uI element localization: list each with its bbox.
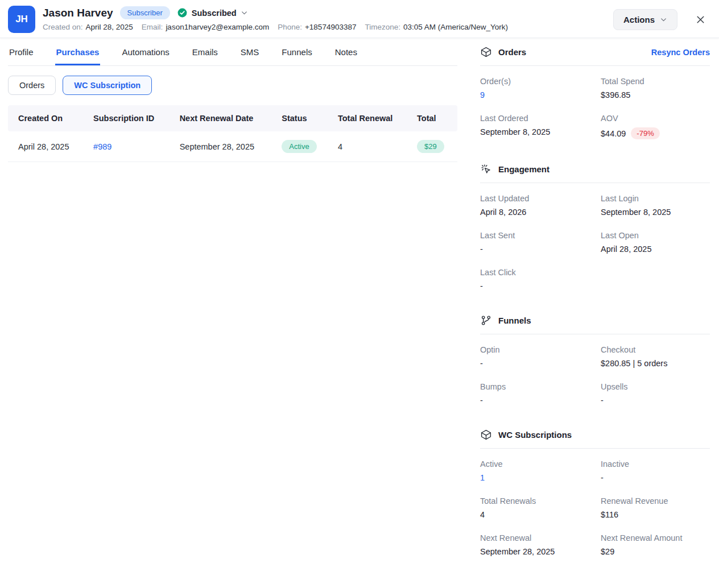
purchases-subtabs: Orders WC Subscription xyxy=(8,76,457,95)
avatar: JH xyxy=(8,6,35,33)
wc-subscriptions-section-title: WC Subscriptions xyxy=(498,430,572,440)
engagement-stats: Last Updated April 8, 2026 Last Login Se… xyxy=(480,183,710,291)
funnels-stats: Optin - Checkout $280.85 | 5 orders Bump… xyxy=(480,334,710,405)
contact-detail-page: JH Jason Harvey Subscriber Subscribed xyxy=(0,0,719,588)
resync-orders-link[interactable]: Resync Orders xyxy=(651,48,710,57)
funnels-section-header: Funnels xyxy=(480,308,710,334)
table-row: April 28, 2025 #989 September 28, 2025 A… xyxy=(8,131,457,162)
cell-status: Active xyxy=(275,131,331,162)
cell-created-on: April 28, 2025 xyxy=(8,131,86,162)
contact-name-row: Jason Harvey Subscriber Subscribed xyxy=(43,6,508,19)
tab-funnels[interactable]: Funnels xyxy=(280,38,313,65)
contact-info: Jason Harvey Subscriber Subscribed xyxy=(43,6,508,33)
contact-email: jason1harvey2@example.com xyxy=(166,23,269,31)
cell-next-renewal-date: September 28, 2025 xyxy=(173,131,275,162)
chevron-down-icon xyxy=(241,9,248,16)
created-on-meta: Created on: April 28, 2025 xyxy=(43,23,133,31)
close-button[interactable] xyxy=(693,13,708,27)
engagement-section-header: Engagement xyxy=(480,156,710,183)
stats-sidebar: Orders Resync Orders Order(s) 9 Total Sp… xyxy=(480,38,710,573)
tab-emails[interactable]: Emails xyxy=(191,38,219,65)
stat-aov: AOV $44.09 -79% xyxy=(601,114,710,139)
tab-automations[interactable]: Automations xyxy=(121,38,170,65)
header-actions: Actions xyxy=(613,9,708,30)
contact-timezone: 03:05 AM (America/New_York) xyxy=(403,23,508,31)
total-badge: $29 xyxy=(417,140,444,153)
role-badge: Subscriber xyxy=(120,6,170,19)
contact-meta-row: Created on: April 28, 2025 Email: jason1… xyxy=(43,23,508,31)
cell-total-renewal: 4 xyxy=(331,131,410,162)
phone-meta: Phone: +18574903387 xyxy=(278,23,356,31)
tab-sms[interactable]: SMS xyxy=(239,38,261,65)
stat-checkout: Checkout $280.85 | 5 orders xyxy=(601,345,710,368)
package-icon xyxy=(480,46,492,58)
subscription-status-dropdown[interactable]: Subscribed xyxy=(177,7,248,18)
subscribed-check-icon xyxy=(177,7,188,18)
stat-active-subscriptions: Active 1 xyxy=(480,459,589,482)
engagement-section: Engagement Last Updated April 8, 2026 La… xyxy=(480,156,710,291)
stat-last-sent: Last Sent - xyxy=(480,231,589,254)
tab-notes[interactable]: Notes xyxy=(334,38,358,65)
subscription-status-label: Subscribed xyxy=(192,9,237,18)
contact-name: Jason Harvey xyxy=(43,7,113,19)
email-meta: Email: jason1harvey2@example.com xyxy=(142,23,269,31)
content-area: Profile Purchases Automations Emails SMS… xyxy=(0,38,719,573)
stat-total-spend: Total Spend $396.85 xyxy=(601,77,710,100)
stat-inactive-subscriptions: Inactive - xyxy=(601,459,710,482)
stat-renewal-revenue: Renewal Revenue $116 xyxy=(601,496,710,519)
col-total-renewal: Total Renewal xyxy=(331,105,410,131)
orders-section: Orders Resync Orders Order(s) 9 Total Sp… xyxy=(480,39,710,139)
aov-change-badge: -79% xyxy=(631,127,659,139)
contact-identity: JH Jason Harvey Subscriber Subscribed xyxy=(8,6,508,33)
contact-phone: +18574903387 xyxy=(305,23,356,31)
stat-total-renewals: Total Renewals 4 xyxy=(480,496,589,519)
orders-section-title: Orders xyxy=(498,47,526,57)
timezone-meta: Timezone: 03:05 AM (America/New_York) xyxy=(365,23,508,31)
engagement-section-title: Engagement xyxy=(498,164,549,174)
stat-last-ordered: Last Ordered September 8, 2025 xyxy=(480,114,589,139)
stat-bumps: Bumps - xyxy=(480,382,589,405)
col-total: Total xyxy=(410,105,457,131)
status-badge: Active xyxy=(282,140,316,153)
orders-stats: Order(s) 9 Total Spend $396.85 Last Orde… xyxy=(480,66,710,139)
wc-subscription-table: Created On Subscription ID Next Renewal … xyxy=(8,105,457,162)
cell-total: $29 xyxy=(410,131,457,162)
col-subscription-id: Subscription ID xyxy=(86,105,173,131)
active-subscriptions-link[interactable]: 1 xyxy=(480,473,485,482)
col-created-on: Created On xyxy=(8,105,86,131)
stat-last-open: Last Open April 28, 2025 xyxy=(601,231,710,254)
funnel-branch-icon xyxy=(480,314,492,326)
stat-last-login: Last Login September 8, 2025 xyxy=(601,194,710,217)
stat-last-click: Last Click - xyxy=(480,268,589,291)
stat-orders: Order(s) 9 xyxy=(480,77,589,100)
engagement-click-icon xyxy=(480,163,492,175)
tab-purchases[interactable]: Purchases xyxy=(55,38,101,65)
tab-profile[interactable]: Profile xyxy=(8,38,35,65)
chevron-down-icon xyxy=(660,16,667,23)
funnels-section-title: Funnels xyxy=(498,316,531,325)
contact-header: JH Jason Harvey Subscriber Subscribed xyxy=(0,0,719,38)
actions-button[interactable]: Actions xyxy=(613,9,677,30)
table-header: Created On Subscription ID Next Renewal … xyxy=(8,105,457,131)
contact-tabs: Profile Purchases Automations Emails SMS… xyxy=(8,38,457,66)
close-icon xyxy=(695,14,706,26)
wc-subscriptions-section: WC Subscriptions Active 1 Inactive - Tot… xyxy=(480,422,710,556)
subscription-id-link[interactable]: #989 xyxy=(93,142,111,151)
col-next-renewal-date: Next Renewal Date xyxy=(173,105,275,131)
col-status: Status xyxy=(275,105,331,131)
wc-subscriptions-section-header: WC Subscriptions xyxy=(480,422,710,449)
subtab-orders[interactable]: Orders xyxy=(8,76,56,95)
stat-next-renewal-amount: Next Renewal Amount $29 xyxy=(601,533,710,556)
orders-section-header: Orders Resync Orders xyxy=(480,39,710,66)
subtab-wc-subscription[interactable]: WC Subscription xyxy=(63,76,152,95)
stat-upsells: Upsells - xyxy=(601,382,710,405)
funnels-section: Funnels Optin - Checkout $280.85 | 5 ord… xyxy=(480,308,710,405)
package-icon xyxy=(480,429,492,441)
stat-last-updated: Last Updated April 8, 2026 xyxy=(480,194,589,217)
wc-subscriptions-stats: Active 1 Inactive - Total Renewals 4 Ren… xyxy=(480,449,710,556)
cell-subscription-id: #989 xyxy=(86,131,173,162)
main-column: Profile Purchases Automations Emails SMS… xyxy=(8,38,457,573)
stat-optin: Optin - xyxy=(480,345,589,368)
orders-count-link[interactable]: 9 xyxy=(480,90,485,100)
stat-next-renewal: Next Renewal September 28, 2025 xyxy=(480,533,589,556)
